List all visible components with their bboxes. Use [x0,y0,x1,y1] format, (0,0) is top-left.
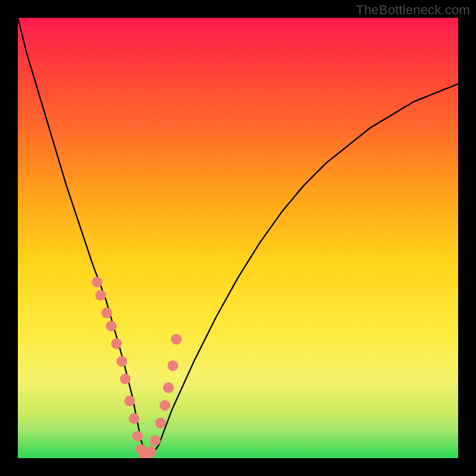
highlight-dot [101,308,112,318]
chart-plot-area [18,18,458,458]
highlight-dot [159,400,170,411]
highlight-dot [167,361,178,371]
watermark-text: TheBottleneck.com [356,2,470,18]
highlight-dot [92,277,102,287]
highlight-dot [117,356,127,367]
bottleneck-curve [18,18,458,458]
chart-frame: TheBottleneck.com [0,0,476,476]
highlighted-dots-group [92,277,181,458]
highlight-dot [124,396,135,406]
highlight-dot [150,435,161,446]
highlight-dot [129,413,139,424]
highlight-dot [155,418,166,428]
highlight-dot [95,290,106,300]
highlight-dot [106,321,117,331]
highlight-dot [132,431,143,441]
highlight-dot [120,374,131,384]
chart-svg [18,18,458,458]
highlight-dot [111,339,122,349]
highlight-dot [171,334,181,345]
highlight-dot [145,446,156,457]
highlight-dot [163,383,174,393]
